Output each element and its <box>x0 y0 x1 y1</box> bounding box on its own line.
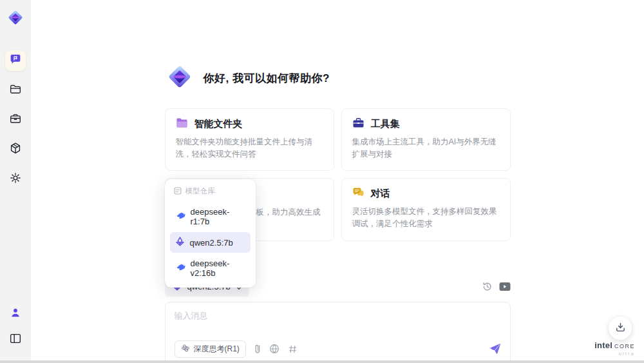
model-dropdown-header: 模型仓库 <box>170 184 251 201</box>
composer-toolbar: 深度思考(R1) <box>175 340 501 358</box>
sidebar-nav <box>5 50 26 190</box>
greeting-title: 你好, 我可以如何帮助你? <box>204 71 330 86</box>
sidebar-item-apps[interactable] <box>5 139 26 160</box>
greeting: 你好, 我可以如何帮助你? <box>165 62 511 94</box>
user-icon <box>9 306 22 322</box>
model-option-qwen[interactable]: qwen2.5:7b <box>170 232 251 253</box>
card-title: 智能文件夹 <box>194 118 243 130</box>
intel-brand-text: intel <box>594 340 612 350</box>
atom-icon <box>181 344 190 355</box>
deep-think-label: 深度思考(R1) <box>194 344 240 355</box>
sidebar-item-account[interactable] <box>5 304 26 324</box>
gear-icon <box>8 171 23 188</box>
download-icon <box>615 322 626 335</box>
sidebar-item-panel[interactable] <box>5 329 26 350</box>
panel-icon <box>8 331 23 348</box>
dialog-icon <box>352 187 365 201</box>
model-option-deepseek-v2[interactable]: deepseek-v2:16b <box>170 254 251 282</box>
deepseek-whale-icon <box>175 212 185 222</box>
repo-icon <box>174 187 182 196</box>
sidebar-item-chat[interactable] <box>5 50 26 71</box>
intel-core-badge: intelcore ultra <box>594 340 635 357</box>
card-desc: 集成市场上主流工具，助力AI与外界无缝扩展与对接 <box>352 136 500 161</box>
sidebar-item-toolbox[interactable] <box>5 110 26 130</box>
hash-icon[interactable] <box>288 344 298 354</box>
sidebar <box>0 0 31 360</box>
card-title: 工具集 <box>371 118 400 130</box>
card-title: 对话 <box>371 188 390 200</box>
card-dialog[interactable]: 对话 灵活切换多模型文件，支持多样回复效果调试，满足个性化需求 <box>341 178 511 241</box>
history-icon[interactable] <box>482 281 493 292</box>
app-logo-icon <box>5 6 26 28</box>
deepseek-whale-icon <box>175 264 185 273</box>
composer: 深度思考(R1) <box>165 302 511 363</box>
card-toolset[interactable]: 工具集 集成市场上主流工具，助力AI与外界无缝扩展与对接 <box>341 108 511 171</box>
main-area: 你好, 我可以如何帮助你? 智能文件夹 智能文件夹功能支持批量文件上传与清洗，轻… <box>31 0 644 360</box>
card-desc: 灵活切换多模型文件，支持多样回复效果调试，满足个性化需求 <box>352 206 500 231</box>
chat-icon <box>8 52 23 69</box>
sidebar-item-folders[interactable] <box>5 80 26 101</box>
video-icon[interactable] <box>499 282 511 291</box>
globe-icon[interactable] <box>269 344 279 354</box>
sidebar-bottom <box>5 304 26 350</box>
qwen-icon <box>175 237 185 248</box>
toolset-icon <box>352 117 365 131</box>
card-desc: 智能文件夹功能支持批量文件上传与清洗，轻松实现文件问答 <box>176 136 323 161</box>
paperclip-icon[interactable] <box>254 344 261 354</box>
window-bottom-edge <box>0 360 644 363</box>
briefcase-icon <box>8 112 23 128</box>
model-option-deepseek-r1[interactable]: deepseek-r1:7b <box>170 202 251 231</box>
send-icon[interactable] <box>488 343 501 355</box>
cube-icon <box>8 141 23 158</box>
sidebar-item-settings[interactable] <box>5 169 26 190</box>
smart-folder-icon <box>176 117 188 131</box>
folder-icon <box>8 82 23 99</box>
intel-product-text: core <box>614 340 635 350</box>
card-smart-folder[interactable]: 智能文件夹 智能文件夹功能支持批量文件上传与清洗，轻松实现文件问答 <box>165 108 334 171</box>
download-button[interactable] <box>609 317 632 340</box>
model-dropdown: 模型仓库 deepseek-r1:7b qwen2.5:7b <box>165 179 256 288</box>
intel-variant-text: ultra <box>594 351 635 357</box>
deep-think-toggle[interactable]: 深度思考(R1) <box>175 340 246 358</box>
message-input[interactable] <box>175 310 501 332</box>
app-logo-icon <box>165 62 194 94</box>
